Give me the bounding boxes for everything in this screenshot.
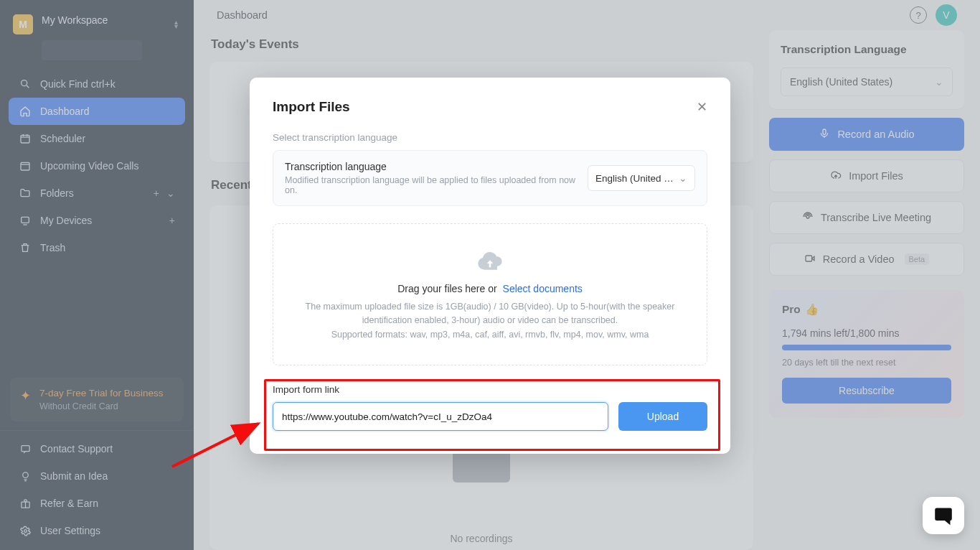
chevron-down-icon: ⌄ [679, 172, 687, 184]
import-link-input[interactable] [273, 402, 608, 431]
modal-title: Import Files [273, 99, 350, 115]
upload-button[interactable]: Upload [618, 402, 707, 431]
modal-language-row: Transcription language Modified transcri… [273, 150, 707, 206]
import-files-modal: Import Files ✕ Select transcription lang… [250, 78, 730, 454]
select-documents-link[interactable]: Select documents [503, 283, 583, 294]
modal-language-select-value: English (United S... [595, 173, 674, 184]
modal-language-select[interactable]: English (United S... ⌄ [588, 165, 695, 191]
select-language-label: Select transcription language [273, 132, 707, 143]
modal-language-note: Modified transcription language will be … [285, 175, 576, 195]
drag-files-text: Drag your files here or Select documents [397, 283, 583, 294]
import-from-link-section: Import form link Upload [273, 384, 707, 431]
upload-limits-text: The maximum uploaded file size is 1GB(au… [288, 300, 692, 342]
modal-language-label: Transcription language [285, 161, 576, 172]
upload-cloud-icon [474, 247, 506, 271]
file-drop-zone[interactable]: Drag your files here or Select documents… [273, 223, 707, 365]
chat-bubble-icon [933, 505, 953, 526]
import-link-label: Import form link [273, 384, 707, 395]
close-icon[interactable]: ✕ [697, 99, 707, 115]
chat-widget[interactable] [923, 497, 964, 534]
